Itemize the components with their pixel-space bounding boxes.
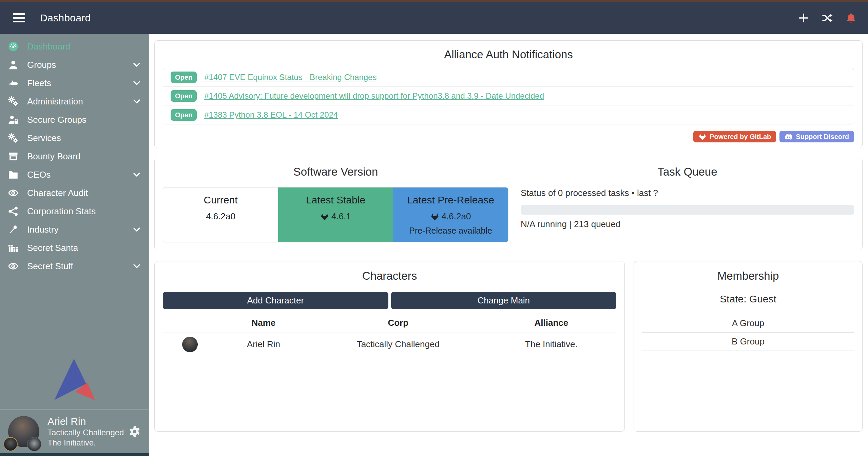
sidebar-item-secret-santa[interactable]: Secret Santa xyxy=(0,239,149,257)
user-icon xyxy=(8,60,20,70)
prerelease-note: Pre-Release available xyxy=(409,226,492,236)
sidebar-item-secure-groups[interactable]: Secure Groups xyxy=(0,111,149,129)
sidebar-item-ceos[interactable]: CEOs xyxy=(0,165,149,184)
characters-title: Characters xyxy=(163,270,616,282)
sidebar-item-services[interactable]: Services xyxy=(0,129,149,147)
gitlab-icon xyxy=(698,133,707,141)
sidebar-item-label: Services xyxy=(27,133,61,143)
cell-character-name: Ariel Rin xyxy=(217,339,310,350)
status-badge: Open xyxy=(171,109,197,121)
folder-icon xyxy=(8,170,20,180)
plus-icon[interactable] xyxy=(798,13,809,23)
sidebar: Dashboard Groups Fleets xyxy=(0,34,149,456)
sidebar-item-secret-stuff[interactable]: Secret Stuff xyxy=(0,257,149,275)
notification-row: Open #1383 Python 3.8 EOL - 14 Oct 2024 xyxy=(163,105,854,124)
sidebar-item-label: Character Audit xyxy=(27,188,88,198)
gitlab-icon xyxy=(320,212,329,221)
sidebar-item-industry[interactable]: Industry xyxy=(0,220,149,239)
table-row: Ariel Rin Tactically Challenged The Init… xyxy=(163,333,616,356)
sidebar-item-groups[interactable]: Groups xyxy=(0,56,149,74)
user-corp: Tactically Challenged xyxy=(47,428,124,438)
add-character-button[interactable]: Add Character xyxy=(163,292,388,309)
characters-table: Name Corp Alliance Ariel Rin Tactically … xyxy=(163,313,616,356)
sidebar-item-administration[interactable]: Administration xyxy=(0,92,149,111)
notification-row: Open #1407 EVE Equinox Status - Breaking… xyxy=(163,68,854,87)
shuffle-icon[interactable] xyxy=(822,13,833,23)
notifications-panel: Alliance Auth Notifications Open #1407 E… xyxy=(154,40,863,148)
cell-character-alliance: The Initiative. xyxy=(486,339,616,350)
user-lock-icon xyxy=(8,115,20,125)
share-icon xyxy=(8,206,20,216)
user-alliance: The Initiative. xyxy=(47,438,124,448)
bell-icon[interactable] xyxy=(846,13,856,23)
chevron-down-icon xyxy=(132,225,141,234)
task-queue-section: Task Queue Status of 0 processed tasks •… xyxy=(508,165,854,242)
user-panel[interactable]: Ariel Rin Tactically Challenged The Init… xyxy=(0,410,149,453)
settings-gear-icon[interactable] xyxy=(128,425,141,438)
store-icon xyxy=(8,151,20,161)
powered-by-gitlab-badge[interactable]: Powered by GitLab xyxy=(693,131,776,142)
alliance-logo xyxy=(0,356,149,401)
table-header-row: Name Corp Alliance xyxy=(163,313,616,333)
gifts-icon xyxy=(8,243,20,253)
chevron-down-icon xyxy=(132,97,141,106)
gauge-icon xyxy=(8,41,20,52)
sidebar-item-dashboard[interactable]: Dashboard xyxy=(0,37,149,56)
sidebar-item-corporation-stats[interactable]: Corporation Stats xyxy=(0,202,149,220)
gears-icon xyxy=(8,133,20,143)
sidebar-menu: Dashboard Groups Fleets xyxy=(0,34,149,275)
version-box: Current 4.6.2a0 Latest Stable 4.6.1 Late… xyxy=(163,187,508,242)
task-queue-status: Status of 0 processed tasks • last ? xyxy=(521,188,854,198)
user-texts: Ariel Rin Tactically Challenged The Init… xyxy=(47,415,124,448)
status-badge: Open xyxy=(171,90,197,102)
group-list: A Group B Group xyxy=(642,314,854,351)
version-latest-stable: Latest Stable 4.6.1 xyxy=(278,187,393,242)
chevron-down-icon xyxy=(132,79,141,87)
sidebar-item-character-audit[interactable]: Character Audit xyxy=(0,184,149,202)
sidebar-item-bounty-board[interactable]: Bounty Board xyxy=(0,147,149,165)
main-content: Alliance Auth Notifications Open #1407 E… xyxy=(149,34,868,456)
notifications-footer: Powered by GitLab Support Discord xyxy=(163,131,854,142)
sidebar-item-label: Secure Groups xyxy=(27,115,86,125)
software-version-title: Software Version xyxy=(163,165,508,178)
navbar-actions xyxy=(798,13,856,23)
menu-toggle-icon[interactable] xyxy=(13,11,25,24)
sidebar-item-label: Dashboard xyxy=(27,41,70,52)
gitlab-icon xyxy=(430,212,439,221)
task-queue-title: Task Queue xyxy=(521,165,854,178)
chevron-down-icon xyxy=(132,262,141,271)
space-shuttle-icon xyxy=(8,78,20,88)
alliance-logo-badge xyxy=(27,437,41,451)
sidebar-item-label: Secret Santa xyxy=(27,243,78,253)
sidebar-item-label: Groups xyxy=(27,60,56,70)
cell-character-corp: Tactically Challenged xyxy=(310,339,486,350)
notification-link[interactable]: #1407 EVE Equinox Status - Breaking Chan… xyxy=(204,73,377,82)
notifications-list: Open #1407 EVE Equinox Status - Breaking… xyxy=(163,68,854,124)
sidebar-item-fleets[interactable]: Fleets xyxy=(0,74,149,92)
characters-panel: Characters Add Character Change Main Nam… xyxy=(154,261,625,432)
version-latest-prerelease: Latest Pre-Release 4.6.2a0 Pre-Release a… xyxy=(393,187,508,242)
corp-logo xyxy=(3,437,18,451)
top-navbar: Dashboard xyxy=(0,2,868,34)
sidebar-item-label: Corporation Stats xyxy=(27,206,96,217)
eye-icon xyxy=(8,261,20,271)
sidebar-item-label: CEOs xyxy=(27,170,51,180)
software-version-section: Software Version Current 4.6.2a0 Latest … xyxy=(163,165,508,242)
change-main-button[interactable]: Change Main xyxy=(391,292,617,309)
notification-link[interactable]: #1405 Advisory: Future development will … xyxy=(204,91,544,101)
task-queue-progress-bar xyxy=(521,205,854,215)
group-list-item: B Group xyxy=(642,333,854,351)
sidebar-item-label: Bounty Board xyxy=(27,151,81,162)
sidebar-footer-bar xyxy=(0,453,149,456)
support-discord-badge[interactable]: Support Discord xyxy=(779,131,854,142)
membership-title: Membership xyxy=(642,270,854,282)
column-header-alliance: Alliance xyxy=(486,318,616,328)
task-queue-counts: N/A running | 213 queued xyxy=(521,219,854,230)
status-badge: Open xyxy=(171,72,197,83)
notification-link[interactable]: #1383 Python 3.8 EOL - 14 Oct 2024 xyxy=(204,110,338,120)
user-avatar xyxy=(8,416,39,447)
column-header-name: Name xyxy=(217,318,310,328)
sidebar-item-label: Fleets xyxy=(27,78,51,88)
eye-icon xyxy=(8,188,20,198)
sidebar-item-label: Secret Stuff xyxy=(27,261,73,272)
